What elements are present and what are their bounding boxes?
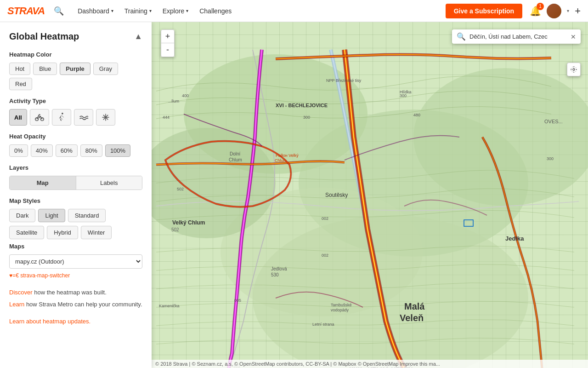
sidebar-close-button[interactable]: ▲ — [134, 32, 142, 41]
svg-text:...llum: ...llum — [168, 99, 179, 104]
maps-dropdown[interactable]: mapy.cz (Outdoor) OpenStreetMap Mapbox S… — [9, 254, 142, 269]
sidebar-panel: Global Heatmap ▲ Heatmap Color Hot Blue … — [0, 22, 152, 368]
svg-text:Soutěsky: Soutěsky — [325, 192, 348, 198]
zoom-out-button[interactable]: - — [161, 43, 175, 57]
color-purple-button[interactable]: Purple — [60, 63, 90, 75]
svg-text:Jedlka: Jedlka — [505, 235, 524, 242]
opacity-60-button[interactable]: 60% — [56, 144, 78, 157]
svg-text:NPP Březinské tisy: NPP Březinské tisy — [326, 78, 362, 83]
locate-me-button[interactable] — [567, 63, 581, 76]
svg-text:OVES...: OVES... — [544, 119, 563, 124]
svg-text:002: 002 — [322, 253, 328, 258]
nav-training[interactable]: Training ▾ — [120, 5, 156, 17]
svg-text:502: 502 — [171, 227, 179, 232]
strava-logo: STRAVA — [7, 5, 45, 17]
activity-cycling-button[interactable] — [30, 109, 49, 126]
color-gray-button[interactable]: Gray — [93, 63, 118, 75]
heatmap-color-label: Heatmap Color — [9, 51, 142, 58]
svg-text:Kamenička: Kamenička — [159, 304, 180, 308]
header-icons: 🔔 1 ▾ + — [530, 4, 581, 18]
style-satellite-button[interactable]: Satellite — [9, 226, 44, 239]
discover-section: Discover how the heatmap was built. Lear… — [9, 288, 142, 309]
nav-explore[interactable]: Explore ▾ — [158, 5, 193, 17]
svg-text:vodopády: vodopády — [331, 308, 349, 312]
chevron-down-icon: ▾ — [111, 8, 113, 13]
give-subscription-button[interactable]: Give a Subscription — [446, 4, 522, 18]
opacity-80-button[interactable]: 80% — [80, 144, 102, 157]
svg-text:530: 530 — [271, 272, 279, 277]
svg-text:Chlum: Chlum — [275, 158, 287, 163]
heatmap-updates: Learn about heatmap updates. — [9, 318, 142, 325]
map-search-icon: 🔍 — [457, 32, 466, 41]
svg-text:444: 444 — [163, 115, 170, 120]
add-activity-button[interactable]: + — [575, 5, 581, 17]
nav-challenges[interactable]: Challenges — [195, 5, 236, 17]
header: STRAVA 🔍 Dashboard ▾ Training ▾ Explore … — [0, 0, 588, 22]
chevron-down-icon: ▾ — [149, 8, 152, 13]
svg-text:002: 002 — [322, 216, 328, 221]
svg-text:XVI - BECHLEJOVICE: XVI - BECHLEJOVICE — [276, 103, 328, 108]
svg-text:Dolní: Dolní — [230, 151, 241, 156]
svg-text:Район Velký: Район Velký — [276, 153, 299, 158]
nav-dashboard[interactable]: Dashboard ▾ — [73, 5, 118, 17]
opacity-40-button[interactable]: 40% — [31, 144, 53, 157]
heat-opacity-label: Heat Opacity — [9, 133, 142, 140]
svg-text:Tambušské: Tambušské — [331, 303, 352, 307]
layers-label: Layers — [9, 164, 142, 171]
sidebar-title: Global Heatmap — [9, 31, 79, 42]
notifications-button[interactable]: 🔔 1 — [530, 6, 541, 17]
activity-all-button[interactable]: All — [9, 109, 27, 126]
layer-map-button[interactable]: Map — [10, 176, 76, 190]
activity-type-label: Activity Type — [9, 98, 142, 104]
svg-text:Jedlová: Jedlová — [271, 266, 287, 271]
opacity-100-button[interactable]: 100% — [105, 144, 130, 157]
color-red-button[interactable]: Red — [9, 78, 32, 90]
avatar[interactable] — [547, 4, 561, 18]
style-hybrid-button[interactable]: Hybrid — [47, 226, 78, 239]
map-search-close-icon[interactable]: ✕ — [571, 33, 576, 40]
svg-text:Veleň: Veleň — [400, 313, 424, 323]
style-light-button[interactable]: Light — [38, 209, 65, 222]
color-hot-button[interactable]: Hot — [9, 63, 30, 75]
layers-group: Map Labels — [9, 176, 142, 190]
svg-text:Velký Chlum: Velký Chlum — [172, 219, 205, 226]
zoom-controls: + - — [161, 29, 175, 57]
user-chevron-icon: ▾ — [567, 8, 569, 13]
svg-text:400: 400 — [182, 93, 189, 98]
map-style-row2: Satellite Hybrid Winter — [9, 226, 142, 239]
layer-labels-button[interactable]: Labels — [76, 176, 142, 190]
svg-point-41 — [573, 69, 575, 70]
style-dark-button[interactable]: Dark — [9, 209, 35, 222]
svg-text:480: 480 — [413, 113, 420, 117]
activity-type-group: All — [9, 109, 142, 126]
zoom-in-button[interactable]: + — [161, 29, 175, 43]
strava-map-switcher-link[interactable]: strava-map-switcher — [20, 272, 70, 279]
svg-text:Chlum: Chlum — [229, 157, 242, 162]
heatmap-updates-link[interactable]: Learn about heatmap updates. — [9, 318, 90, 325]
activity-winter-button[interactable] — [96, 109, 115, 126]
svg-text:300: 300 — [547, 156, 554, 161]
opacity-0-button[interactable]: 0% — [9, 144, 28, 157]
svg-text:005: 005 — [234, 298, 241, 303]
activity-running-button[interactable] — [52, 109, 71, 126]
learn-link[interactable]: Learn — [9, 301, 24, 308]
discover-link[interactable]: Discover — [9, 289, 33, 296]
svg-text:300: 300 — [303, 115, 310, 120]
style-winter-button[interactable]: Winter — [81, 226, 112, 239]
map-styles-label: Map Styles — [9, 197, 142, 204]
svg-text:Letní strana: Letní strana — [312, 322, 334, 327]
color-blue-button[interactable]: Blue — [33, 63, 57, 75]
switcher-link: ♥=€ strava-map-switcher — [9, 272, 142, 279]
svg-text:Malá: Malá — [404, 301, 425, 311]
map-search: 🔍 ✕ — [452, 29, 581, 44]
heatmap-color-group: Hot Blue Purple Gray Red — [9, 63, 142, 90]
sidebar-header: Global Heatmap ▲ — [9, 31, 142, 42]
style-standard-button[interactable]: Standard — [68, 209, 106, 222]
map-style-row1: Dark Light Standard — [9, 209, 142, 222]
activity-water-button[interactable] — [74, 109, 93, 126]
heat-opacity-group: 0% 40% 60% 80% 100% — [9, 144, 142, 157]
maps-label: Maps — [9, 243, 142, 250]
search-icon[interactable]: 🔍 — [54, 6, 64, 16]
main-nav: Dashboard ▾ Training ▾ Explore ▾ Challen… — [73, 5, 236, 17]
map-search-input[interactable] — [469, 33, 568, 40]
